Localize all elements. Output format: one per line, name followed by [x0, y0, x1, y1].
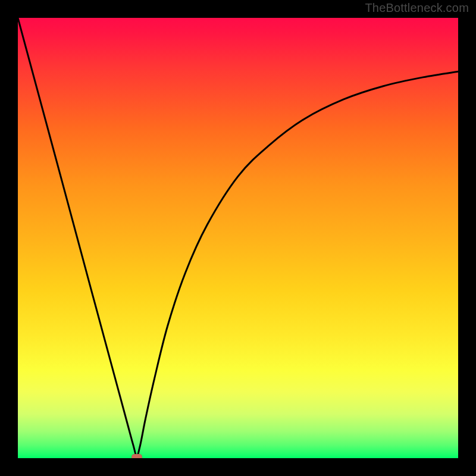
bottleneck-curve — [18, 18, 458, 458]
min-point-marker — [131, 454, 142, 458]
attribution-text: TheBottleneck.com — [365, 1, 469, 15]
chart-frame: TheBottleneck.com — [0, 0, 476, 476]
plot-area — [18, 18, 458, 458]
